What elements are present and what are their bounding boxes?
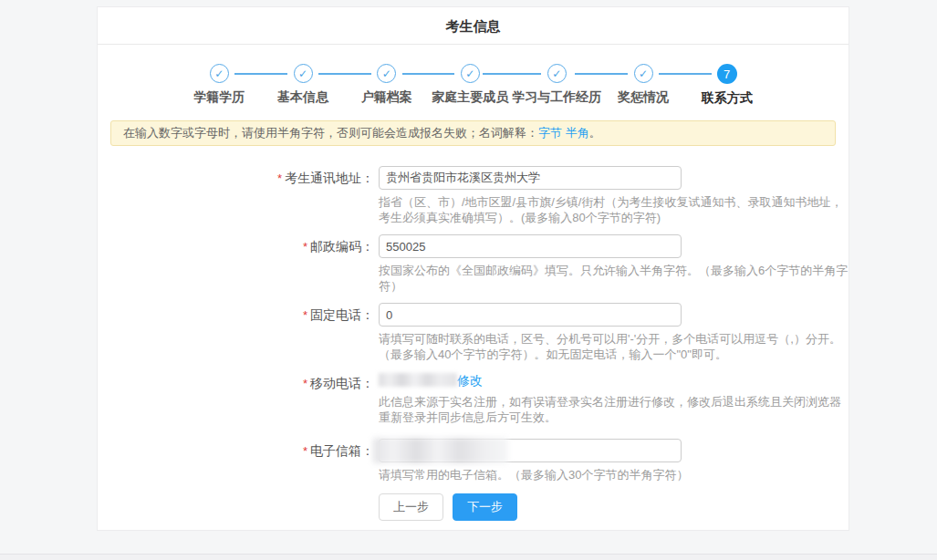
form-row-email: *电子信箱： 请填写常用的电子信箱。（最多输入30个字节的半角字符） bbox=[98, 439, 849, 482]
field-label: *邮政编码： bbox=[98, 234, 374, 294]
check-icon: ✓ bbox=[461, 64, 480, 83]
page-bottom-divider bbox=[0, 554, 937, 560]
step-progress-bar: ✓ 学籍学历 ✓ 基本信息 ✓ 户籍档案 ✓ 家庭主要成员 ✓ 学习与工作经历 … bbox=[178, 64, 769, 107]
field-hint: 按国家公布的《全国邮政编码》填写。只允许输入半角字符。（最多输入6个字节的半角字… bbox=[379, 263, 849, 294]
field-hint: 请填写常用的电子信箱。（最多输入30个字节的半角字符） bbox=[379, 467, 849, 482]
field-hint: 请填写可随时联系的电话，区号、分机号可以用'-'分开，多个电话可以用逗号（,）分… bbox=[379, 331, 849, 362]
required-asterisk: * bbox=[303, 444, 307, 458]
field-hint: 指省（区、市）/地市区盟/县市旗/乡镇/街村（为考生接收复试通知书、录取通知书地… bbox=[379, 194, 849, 225]
redacted-mobile-number bbox=[379, 373, 457, 387]
mailing-address-input[interactable] bbox=[379, 166, 682, 190]
check-icon: ✓ bbox=[547, 64, 567, 83]
warning-text: 在输入数字或字母时，请使用半角字符，否则可能会造成报名失败；名词解释： bbox=[123, 126, 538, 140]
required-asterisk: * bbox=[303, 240, 307, 254]
step-label: 学籍学历 bbox=[193, 89, 245, 106]
step-study-work-experience[interactable]: ✓ 学习与工作经历 bbox=[512, 64, 601, 107]
form-row-postal-code: *邮政编码： 按国家公布的《全国邮政编码》填写。只允许输入半角字符。（最多输入6… bbox=[98, 234, 849, 294]
step-household-archive[interactable]: ✓ 户籍档案 bbox=[345, 64, 429, 107]
field-hint: 此信息来源于实名注册，如有误请登录实名注册进行修改，修改后退出系统且关闭浏览器重… bbox=[379, 394, 849, 425]
halfwidth-warning-banner: 在输入数字或字母时，请使用半角字符，否则可能会造成报名失败；名词解释：字节 半角… bbox=[110, 120, 836, 146]
step-label: 联系方式 bbox=[702, 90, 753, 107]
step-label: 基本信息 bbox=[277, 89, 328, 106]
field-label: *考生通讯地址： bbox=[98, 166, 374, 225]
landline-phone-input[interactable] bbox=[379, 303, 682, 327]
form-row-landline-phone: *固定电话： 请填写可随时联系的电话，区号、分机号可以用'-'分开，多个电话可以… bbox=[98, 303, 849, 362]
form-row-mobile-phone: *移动电话： 修改 此信息来源于实名注册，如有误请登录实名注册进行修改，修改后退… bbox=[98, 371, 849, 425]
field-label: *电子信箱： bbox=[98, 439, 374, 482]
step-education-record[interactable]: ✓ 学籍学历 bbox=[178, 64, 262, 107]
check-icon: ✓ bbox=[634, 64, 653, 83]
contact-form: *考生通讯地址： 指省（区、市）/地市区盟/县市旗/乡镇/街村（为考生接收复试通… bbox=[98, 166, 849, 521]
form-actions: 上一步 下一步 bbox=[98, 493, 849, 521]
check-icon: ✓ bbox=[294, 64, 313, 83]
candidate-info-panel: 考生信息 ✓ 学籍学历 ✓ 基本信息 ✓ 户籍档案 ✓ 家庭主要成员 ✓ 学习与… bbox=[97, 6, 849, 531]
step-rewards-punishments[interactable]: ✓ 奖惩情况 bbox=[601, 64, 685, 107]
check-icon: ✓ bbox=[210, 64, 229, 83]
step-family-members[interactable]: ✓ 家庭主要成员 bbox=[429, 64, 513, 107]
step-contact-info-current[interactable]: 7 联系方式 bbox=[685, 64, 769, 107]
field-label: *固定电话： bbox=[98, 303, 374, 362]
warning-text-suffix: 。 bbox=[589, 126, 601, 140]
step-basic-info[interactable]: ✓ 基本信息 bbox=[261, 64, 345, 107]
postal-code-input[interactable] bbox=[379, 234, 682, 258]
previous-step-button[interactable]: 上一步 bbox=[379, 493, 443, 521]
form-row-mailing-address: *考生通讯地址： 指省（区、市）/地市区盟/县市旗/乡镇/街村（为考生接收复试通… bbox=[98, 166, 849, 225]
step-label: 家庭主要成员 bbox=[432, 89, 508, 106]
required-asterisk: * bbox=[277, 171, 282, 185]
next-step-button[interactable]: 下一步 bbox=[453, 493, 517, 521]
step-label: 户籍档案 bbox=[361, 89, 412, 106]
step-number-badge: 7 bbox=[717, 64, 737, 84]
required-asterisk: * bbox=[303, 377, 307, 390]
email-input[interactable] bbox=[379, 439, 682, 462]
modify-mobile-link[interactable]: 修改 bbox=[457, 373, 483, 388]
required-asterisk: * bbox=[303, 308, 307, 322]
halfwidth-definition-link[interactable]: 半角 bbox=[566, 126, 589, 140]
step-label: 学习与工作经历 bbox=[512, 89, 601, 106]
page-title: 考生信息 bbox=[98, 7, 849, 45]
field-label: *移动电话： bbox=[98, 371, 374, 425]
step-label: 奖惩情况 bbox=[618, 89, 669, 106]
check-icon: ✓ bbox=[377, 64, 396, 83]
byte-definition-link[interactable]: 字节 bbox=[538, 126, 562, 140]
